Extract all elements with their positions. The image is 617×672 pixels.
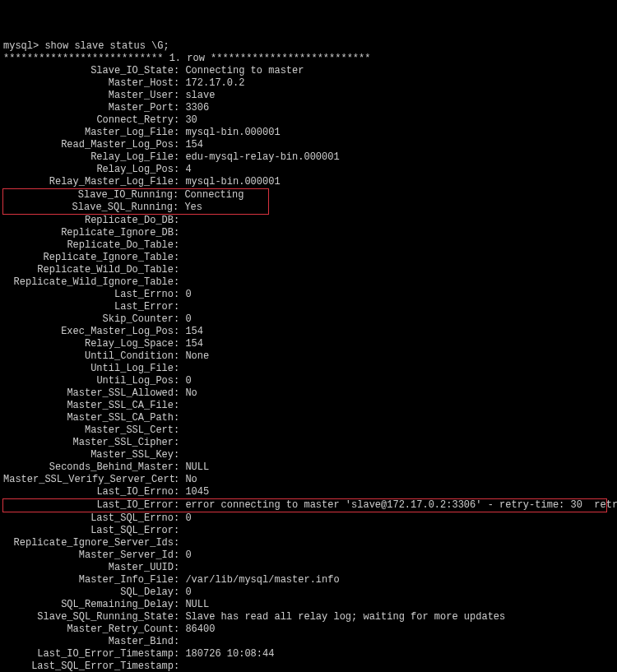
separator: : bbox=[174, 338, 185, 350]
separator: : bbox=[174, 537, 185, 549]
separator: : bbox=[174, 486, 185, 498]
separator: : bbox=[174, 599, 185, 611]
field-label: Master_SSL_CA_File bbox=[3, 400, 174, 412]
field-label: Master_User bbox=[3, 90, 174, 102]
field-label: Replicate_Wild_Do_Table bbox=[3, 264, 174, 276]
status-row: Exec_Master_Log_Pos: 154 bbox=[3, 326, 614, 338]
field-label: Master_Port bbox=[3, 102, 174, 114]
status-row: Master_SSL_Key: bbox=[3, 449, 614, 461]
separator: : bbox=[174, 586, 185, 599]
field-label: Until_Log_File bbox=[3, 363, 174, 375]
status-row: Until_Log_File: bbox=[3, 363, 614, 375]
status-row: Until_Log_Pos: 0 bbox=[3, 375, 614, 387]
field-value: No bbox=[185, 387, 197, 400]
field-label: Exec_Master_Log_Pos bbox=[3, 326, 174, 338]
status-row: Relay_Log_Space: 154 bbox=[3, 338, 614, 350]
status-row: Last_SQL_Errno: 0 bbox=[3, 512, 614, 525]
field-label: Master_SSL_Allowed bbox=[3, 387, 174, 400]
field-label: Master_SSL_CA_Path bbox=[3, 412, 174, 424]
separator: : bbox=[174, 215, 185, 227]
status-row: Slave_SQL_Running_State: Slave has read … bbox=[3, 611, 614, 623]
field-label: Last_IO_Errno bbox=[3, 486, 174, 498]
separator: : bbox=[174, 525, 185, 537]
field-value: 154 bbox=[185, 338, 203, 350]
field-label: Relay_Log_Space bbox=[3, 338, 174, 350]
field-value: 3306 bbox=[185, 102, 209, 114]
status-row: Master_Retry_Count: 86400 bbox=[3, 623, 614, 636]
separator: : bbox=[174, 252, 185, 264]
separator: : bbox=[174, 437, 185, 449]
separator: : bbox=[174, 499, 185, 512]
separator: : bbox=[174, 176, 185, 188]
separator: : bbox=[174, 562, 185, 574]
field-label: Master_Info_File bbox=[3, 574, 174, 586]
status-row: Skip_Counter: 0 bbox=[3, 313, 614, 326]
separator: : bbox=[174, 387, 185, 400]
status-row: Master_User: slave bbox=[3, 90, 614, 102]
status-row: SQL_Remaining_Delay: NULL bbox=[3, 599, 614, 611]
field-value: Slave has read all relay log; waiting fo… bbox=[185, 611, 505, 623]
field-value: Connecting to master bbox=[185, 65, 304, 77]
field-label: Until_Condition bbox=[3, 350, 174, 363]
status-row: Until_Condition: None bbox=[3, 350, 614, 363]
separator: : bbox=[173, 189, 184, 202]
mysql-prompt: mysql> show slave status \G; bbox=[3, 40, 614, 53]
separator: : bbox=[174, 65, 185, 77]
status-row: Master_Info_File: /var/lib/mysql/master.… bbox=[3, 574, 614, 586]
field-label: SQL_Remaining_Delay bbox=[3, 599, 174, 611]
status-row: Master_Bind: bbox=[3, 636, 614, 648]
field-label: SQL_Delay bbox=[3, 586, 174, 599]
separator: : bbox=[174, 151, 185, 164]
field-label: Master_SSL_Key bbox=[3, 449, 174, 461]
field-value: slave bbox=[185, 90, 215, 102]
field-value: 1045 bbox=[185, 486, 209, 498]
separator: : bbox=[174, 114, 185, 127]
status-row: Relay_Master_Log_File: mysql-bin.000001 bbox=[3, 176, 614, 188]
field-label: Last_Errno bbox=[3, 289, 174, 301]
separator: : bbox=[174, 326, 185, 338]
separator: : bbox=[174, 474, 185, 486]
separator: : bbox=[173, 202, 184, 214]
field-label: Slave_SQL_Running_State bbox=[3, 611, 174, 623]
status-row: Seconds_Behind_Master: NULL bbox=[3, 461, 614, 474]
field-value: No bbox=[185, 474, 197, 486]
separator: : bbox=[174, 412, 185, 424]
status-row: Replicate_Ignore_Table: bbox=[3, 252, 614, 264]
status-row: Slave_IO_Running: Connecting bbox=[4, 189, 267, 202]
separator: : bbox=[174, 227, 185, 239]
separator: : bbox=[174, 102, 185, 114]
field-label: Last_IO_Error bbox=[5, 499, 174, 512]
field-value: None bbox=[185, 350, 209, 363]
status-row: Last_SQL_Error: bbox=[3, 525, 614, 537]
field-label: Replicate_Ignore_Server_Ids bbox=[3, 537, 174, 549]
field-label: Last_IO_Error_Timestamp bbox=[3, 648, 174, 660]
field-label: Skip_Counter bbox=[3, 313, 174, 326]
field-value: 0 bbox=[185, 289, 191, 301]
status-row: Master_SSL_Cipher: bbox=[3, 437, 614, 449]
status-row: Master_UUID: bbox=[3, 562, 614, 574]
status-row: Last_Errno: 0 bbox=[3, 289, 614, 301]
field-label: Relay_Log_Pos bbox=[3, 164, 174, 176]
field-label: Last_Error bbox=[3, 301, 174, 313]
field-value: 30 bbox=[185, 114, 197, 127]
field-label: Relay_Log_File bbox=[3, 151, 174, 164]
status-row: Replicate_Do_DB: bbox=[3, 215, 614, 227]
field-label: Slave_IO_Running bbox=[4, 189, 173, 202]
field-label: Master_Retry_Count bbox=[3, 623, 174, 636]
field-value: Connecting bbox=[184, 189, 244, 202]
field-label: Master_Log_File bbox=[3, 127, 174, 139]
field-label: Master_Server_Id bbox=[3, 549, 174, 562]
status-row: Master_SSL_CA_Path: bbox=[3, 412, 614, 424]
separator: : bbox=[174, 623, 185, 636]
separator: : bbox=[174, 660, 185, 672]
field-value: 86400 bbox=[185, 623, 215, 636]
separator: : bbox=[174, 90, 185, 102]
field-label: Last_SQL_Error_Timestamp bbox=[3, 660, 174, 672]
highlight-io-error: Last_IO_Error: error connecting to maste… bbox=[2, 498, 607, 512]
status-row: Last_Error: bbox=[3, 301, 614, 313]
field-label: Replicate_Ignore_Table bbox=[3, 252, 174, 264]
field-label: Slave_IO_State bbox=[3, 65, 174, 77]
field-label: Master_SSL_Cert bbox=[3, 424, 174, 437]
separator: : bbox=[174, 574, 185, 586]
separator: : bbox=[174, 648, 185, 660]
